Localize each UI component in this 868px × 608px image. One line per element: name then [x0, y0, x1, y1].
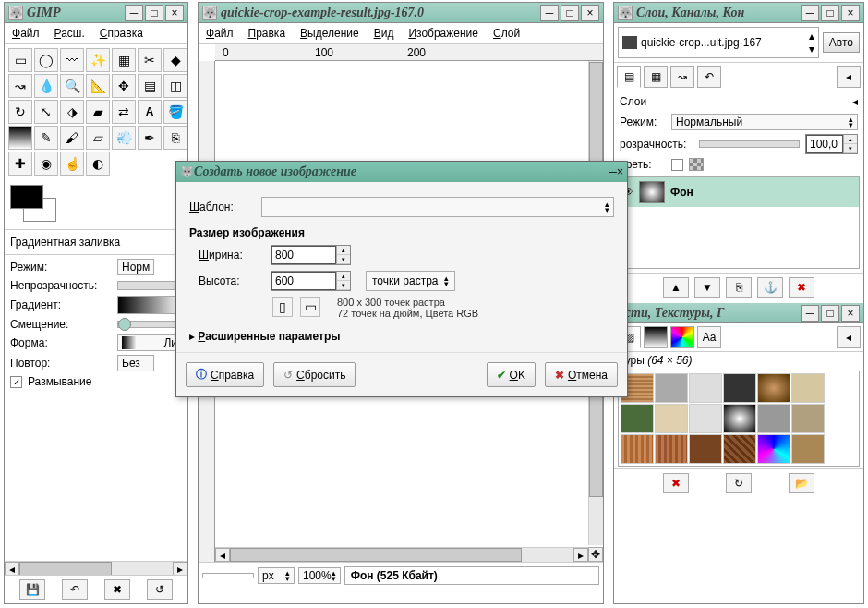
tab-menu[interactable]: ◂: [837, 326, 861, 348]
texture-item[interactable]: [655, 434, 688, 464]
menu-layer[interactable]: Слой: [489, 25, 524, 42]
tool-ink[interactable]: ✒: [138, 126, 162, 150]
tool-airbrush[interactable]: 💨: [112, 126, 136, 150]
offset-slider[interactable]: [117, 321, 182, 328]
menu-help[interactable]: Справка: [96, 25, 147, 42]
texture-item[interactable]: [723, 373, 756, 403]
tab-channels[interactable]: ▦: [644, 66, 668, 88]
tool-clone[interactable]: ⎘: [163, 126, 187, 150]
menu-file[interactable]: Файл: [8, 25, 43, 42]
nav-button[interactable]: ✥: [588, 547, 603, 562]
tool-ellipse-select[interactable]: ◯: [34, 48, 58, 72]
texture-item[interactable]: [689, 434, 722, 464]
help-button[interactable]: ⓘСправка: [186, 362, 264, 387]
tool-smudge[interactable]: ☝: [60, 152, 84, 176]
tool-text[interactable]: A: [138, 100, 162, 124]
tool-align[interactable]: ▤: [138, 74, 162, 98]
restore-options-button[interactable]: ↶: [62, 579, 88, 600]
tool-perspective[interactable]: ▰: [86, 100, 110, 124]
close-button[interactable]: ×: [841, 5, 860, 21]
reset-options-button[interactable]: ↺: [147, 579, 173, 600]
menu-view[interactable]: Вид: [370, 25, 398, 42]
tab-layers[interactable]: ▤: [617, 66, 641, 88]
tool-by-color[interactable]: ▦: [112, 48, 136, 72]
lock-pixels-checkbox[interactable]: [671, 159, 683, 171]
tool-paths[interactable]: ↝: [8, 74, 32, 98]
texture-open-button[interactable]: 📂: [789, 473, 814, 493]
texture-refresh-button[interactable]: ↻: [726, 473, 752, 493]
unit-combo[interactable]: px▴▾: [258, 567, 295, 584]
menu-ext[interactable]: Расш.: [51, 25, 89, 42]
maximize-button[interactable]: □: [561, 5, 579, 21]
layer-anchor-button[interactable]: ⚓: [757, 277, 783, 298]
minimize-button[interactable]: ─: [609, 165, 617, 178]
tool-lasso[interactable]: 〰: [60, 48, 84, 72]
tool-rotate[interactable]: ↻: [8, 100, 32, 124]
close-button[interactable]: ×: [165, 5, 184, 21]
tab-paths[interactable]: ↝: [670, 66, 694, 88]
zoom-combo[interactable]: 100%▴▾: [298, 567, 341, 584]
panel-menu-icon[interactable]: ◂: [852, 95, 858, 108]
layer-up-button[interactable]: ▲: [663, 277, 689, 298]
maximize-button[interactable]: □: [821, 5, 839, 21]
layer-opacity-slider[interactable]: [699, 140, 800, 148]
height-input[interactable]: ▴▾: [271, 271, 351, 291]
opacity-slider[interactable]: [117, 281, 182, 290]
auto-button[interactable]: Авто: [823, 32, 860, 53]
portrait-button[interactable]: ▯: [272, 297, 293, 317]
minimize-button[interactable]: ─: [540, 5, 559, 21]
texture-item[interactable]: [791, 373, 825, 403]
tab-palettes[interactable]: [670, 326, 694, 348]
delete-options-button[interactable]: ✖: [104, 579, 130, 600]
tool-wand[interactable]: ✨: [86, 48, 110, 72]
texture-item[interactable]: [791, 404, 825, 433]
tool-crop[interactable]: ◫: [163, 74, 187, 98]
tool-bucket[interactable]: 🪣: [163, 100, 187, 124]
tool-zoom[interactable]: 🔍: [60, 74, 84, 98]
layer-delete-button[interactable]: ✖: [789, 277, 814, 298]
menu-file[interactable]: Файл: [202, 25, 237, 42]
tab-menu[interactable]: ◂: [837, 66, 861, 88]
tool-measure[interactable]: 📐: [86, 74, 110, 98]
unit-combo[interactable]: точки растра ▴▾: [366, 271, 455, 291]
tool-move[interactable]: ✥: [112, 74, 136, 98]
layer-opacity-input[interactable]: ▴▾: [805, 134, 858, 154]
lock-alpha-icon[interactable]: [689, 158, 704, 171]
shape-combo[interactable]: Ли: [117, 334, 182, 351]
texture-item[interactable]: [621, 434, 654, 464]
tool-gradient[interactable]: [8, 126, 32, 150]
tool-fg-select[interactable]: ◆: [163, 48, 187, 72]
texture-item[interactable]: [621, 404, 654, 433]
gradient-combo[interactable]: [117, 296, 182, 314]
texture-item[interactable]: [757, 404, 790, 433]
maximize-button[interactable]: □: [821, 305, 839, 322]
tool-eraser[interactable]: ▱: [86, 126, 110, 150]
tool-brush[interactable]: 🖌: [60, 126, 84, 150]
save-options-button[interactable]: 💾: [19, 579, 45, 600]
texture-item[interactable]: [723, 434, 756, 464]
tool-pencil[interactable]: ✎: [34, 126, 58, 150]
tool-scissors[interactable]: ✂: [138, 48, 162, 72]
tool-shear[interactable]: ⬗: [60, 100, 84, 124]
tool-flip[interactable]: ⇄: [112, 100, 136, 124]
minimize-button[interactable]: ─: [801, 305, 819, 322]
tool-dodge[interactable]: ◐: [86, 152, 110, 176]
repeat-combo[interactable]: Без: [117, 355, 154, 371]
tool-rect-select[interactable]: ▭: [8, 48, 32, 72]
width-input[interactable]: ▴▾: [271, 245, 351, 265]
texture-item[interactable]: [791, 434, 825, 464]
advanced-expander[interactable]: ▸ Расширенные параметры: [189, 330, 614, 343]
close-button[interactable]: ×: [581, 5, 599, 21]
texture-item[interactable]: [655, 404, 688, 433]
fg-color[interactable]: [10, 185, 43, 209]
menu-edit[interactable]: Правка: [245, 25, 290, 42]
reset-button[interactable]: ↺Сбросить: [273, 362, 356, 387]
landscape-button[interactable]: ▭: [300, 297, 320, 317]
minimize-button[interactable]: ─: [801, 5, 819, 21]
tool-heal[interactable]: ✚: [8, 152, 32, 176]
tool-color-picker[interactable]: 💧: [34, 74, 58, 98]
tab-gradients[interactable]: [644, 326, 668, 348]
close-button[interactable]: ×: [841, 305, 860, 322]
texture-item[interactable]: [689, 404, 722, 433]
tab-undo[interactable]: ↶: [697, 66, 721, 88]
